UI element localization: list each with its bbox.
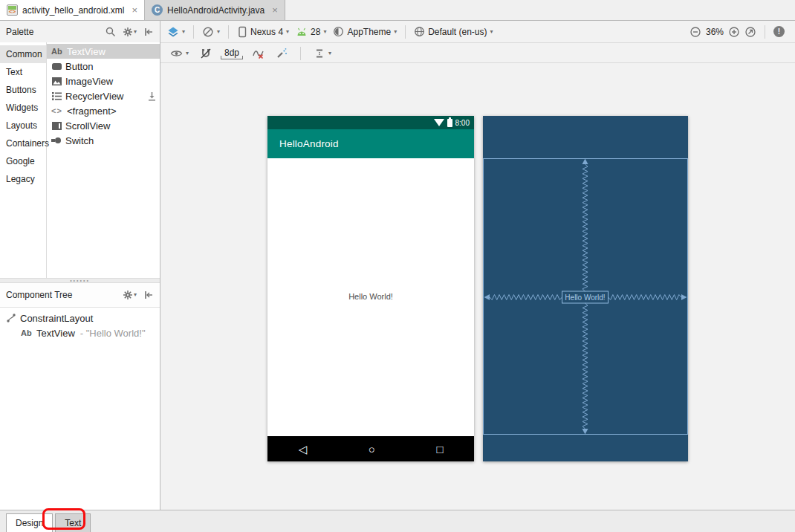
tree-item-textview[interactable]: Ab TextView - "Hello World!" [0,325,160,340]
zoom-in-button[interactable] [728,26,740,38]
zoom-out-button[interactable] [689,26,701,38]
component-tree-title: Component Tree [6,290,72,300]
android-studio-window: <> activity_hello_android.xml × C HelloA… [0,0,795,532]
divider [228,25,229,39]
gear-icon[interactable]: ▾ [123,290,137,300]
palette-item-imageview[interactable]: ImageView [47,74,160,88]
palette-item-textview[interactable]: Ab TextView [47,44,160,59]
design-preview: 8:00 HelloAndroid Hello World! ◁ ○ □ [267,116,474,461]
magic-wand-icon [276,48,288,59]
android-xml-file-icon: <> [7,4,18,16]
gear-icon[interactable]: ▾ [123,27,137,37]
chevron-down-icon: ▾ [323,29,326,35]
constraint-spring-bottom [583,303,588,429]
theme-selector[interactable]: AppTheme ▾ [331,25,399,39]
palette-categories: Common Text Buttons Widgets Layouts Cont… [0,42,47,278]
status-time: 8:00 [455,119,470,127]
device-selector[interactable]: Nexus 4 ▾ [235,25,291,39]
palette-category-legacy[interactable]: Legacy [0,170,46,188]
design-surface-selector[interactable]: ▾ [165,25,187,39]
palette-category-layouts[interactable]: Layouts [0,117,46,134]
autoconnect-toggle[interactable] [198,46,214,61]
palette-item-button[interactable]: Button [47,59,160,74]
switch-icon [51,135,62,146]
globe-icon [414,26,425,37]
magnet-off-icon [200,48,212,59]
palette-title: Palette [6,27,33,37]
design-mode-tab[interactable]: Design [6,513,53,532]
imageview-icon [51,76,62,86]
textview-hello-world[interactable]: Hello World! [267,292,474,301]
scrollview-icon [51,120,62,131]
theme-icon [333,26,344,37]
palette-category-containers[interactable]: Containers [0,134,46,152]
hide-panel-icon[interactable] [143,27,154,37]
chevron-down-icon: ▾ [186,51,189,56]
zoom-to-fit-button[interactable] [744,26,756,38]
navigation-bar: ◁ ○ □ [267,436,474,461]
infer-constraints-button[interactable] [273,46,290,61]
status-bar: 8:00 [267,116,474,129]
divider [765,25,765,39]
editor-tab-bar: <> activity_hello_android.xml × C HelloA… [0,0,795,21]
palette-category-common[interactable]: Common [0,45,46,63]
palette-panel: Palette ▾ Common Text Buttons Widgets [0,21,160,510]
locale-selector[interactable]: Default (en-us) ▾ [412,25,495,39]
errors-panel-button[interactable]: ! [773,26,785,37]
editor-mode-bar: Design Text [0,510,795,532]
arrow-up-icon [583,159,588,165]
editor-tab-layout-xml[interactable]: <> activity_hello_android.xml × [0,0,145,20]
panel-splitter[interactable]: •••••• [0,278,160,283]
palette-category-widgets[interactable]: Widgets [0,99,46,117]
design-toolbar: ▾ ▾ Nexus 4 ▾ 28 ▾ AppTheme ▾ Default (e… [160,21,795,43]
download-icon[interactable] [147,91,157,101]
chevron-down-icon: ▾ [134,29,137,35]
component-tree: ConstraintLayout Ab TextView - "Hello Wo… [0,311,160,510]
orientation-selector[interactable]: ▾ [200,25,222,39]
api-level-selector[interactable]: 28 ▾ [293,25,328,39]
close-icon[interactable]: × [272,4,278,16]
search-icon[interactable] [105,26,116,37]
palette-header: Palette ▾ [0,21,160,42]
editor-tab-java[interactable]: C HelloAndroidActivity.java × [145,0,285,20]
view-options-button[interactable]: ▾ [168,47,191,60]
blueprint-canvas: Hello World! [483,116,688,461]
home-icon: ○ [369,444,375,455]
textview-hello-world-blueprint[interactable]: Hello World! [565,293,605,302]
design-surface: 8:00 HelloAndroid Hello World! ◁ ○ □ [160,64,795,510]
divider [300,47,301,60]
palette-category-google[interactable]: Google [0,152,46,170]
recyclerview-icon [51,91,62,101]
clear-constraints-button[interactable] [250,46,267,61]
chevron-down-icon: ▾ [286,29,289,35]
action-bar: HelloAndroid [267,129,474,158]
android-icon [296,27,308,36]
design-options-toolbar: ▾ 8dp ▾ [160,44,795,63]
chevron-down-icon: ▾ [182,29,185,35]
tree-item-constraintlayout[interactable]: ConstraintLayout [0,311,160,325]
text-mode-tab[interactable]: Text [55,513,91,532]
palette-item-fragment[interactable]: <> <fragment> [47,103,160,118]
default-margins-button[interactable]: 8dp [221,48,243,59]
palette-category-buttons[interactable]: Buttons [0,81,46,99]
blueprint-preview: Hello World! [483,116,688,461]
arrow-right-icon [681,294,687,300]
eye-icon [170,48,183,59]
constraint-spring-top [583,164,588,291]
hide-panel-icon[interactable] [143,290,154,300]
wifi-icon [434,119,444,126]
layers-icon [167,26,179,38]
palette-components: Ab TextView Button ImageView [47,42,160,278]
circle-slash-icon [202,26,214,38]
palette-item-recyclerview[interactable]: RecyclerView [47,88,160,103]
chevron-down-icon: ▾ [394,29,397,35]
close-icon[interactable]: × [132,4,137,16]
zoom-level: 36% [706,27,724,37]
constraintlayout-icon [6,313,16,323]
palette-category-text[interactable]: Text [0,63,46,81]
palette-item-switch[interactable]: Switch [47,133,160,148]
palette-item-scrollview[interactable]: ScrollView [47,118,160,133]
pack-align-button[interactable]: ▾ [311,46,334,61]
battery-icon [447,119,452,127]
arrow-down-icon [583,429,588,435]
